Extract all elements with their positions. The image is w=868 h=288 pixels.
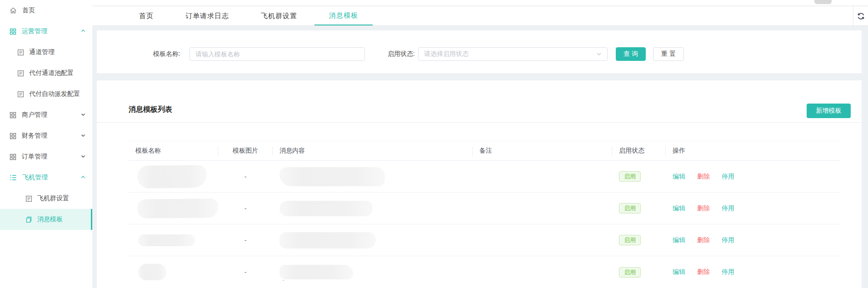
chevron-up-icon <box>80 28 86 34</box>
home-icon <box>10 7 17 14</box>
sidebar-item-2[interactable]: 通道管理 <box>0 42 92 63</box>
sidebar-item-label: 消息模板 <box>37 215 63 223</box>
grid-icon <box>10 133 16 139</box>
table-row: -.启用编辑删除停用 <box>129 256 841 288</box>
table-row: -启用编辑删除停用 <box>129 161 841 193</box>
doc-list-icon <box>17 70 24 77</box>
disable-link[interactable]: 停用 <box>722 268 734 276</box>
add-template-button[interactable]: 新增模板 <box>807 104 851 118</box>
refresh-icon <box>857 12 865 20</box>
tab-1[interactable]: 订单请求日志 <box>171 6 244 25</box>
sidebar-item-10[interactable]: 消息模板 <box>0 209 92 230</box>
template-list-panel: 消息模板列表 新增模板 模板名称模板图片消息内容备注启用状态操作 -启用编辑删除… <box>97 80 862 288</box>
sidebar-item-5[interactable]: 商户管理 <box>0 104 92 125</box>
tab-3[interactable]: 消息模板 <box>314 6 373 25</box>
redacted-template-name <box>138 264 166 280</box>
avatar[interactable] <box>814 0 832 4</box>
edit-link[interactable]: 编辑 <box>673 173 685 181</box>
grid-icon <box>10 112 16 119</box>
column-header-5: 操作 <box>666 141 841 161</box>
redacted-message-content <box>279 167 385 186</box>
grid-icon <box>10 154 16 160</box>
sidebar-item-0[interactable]: 首页 <box>0 0 92 21</box>
sidebar-item-label: 代付通道池配置 <box>29 69 74 77</box>
column-header-3: 备注 <box>473 141 612 161</box>
table-row: -启用编辑删除停用 <box>129 193 841 224</box>
reset-button[interactable]: 重 置 <box>653 47 684 61</box>
redacted-message-content <box>279 232 376 248</box>
disable-link[interactable]: 停用 <box>722 236 734 244</box>
redacted-template-name <box>137 165 207 189</box>
redacted-template-name <box>137 199 218 218</box>
chevron-down-icon <box>80 133 86 138</box>
enable-status-label: 启用状态: <box>388 50 415 58</box>
sidebar-item-label: 财务管理 <box>22 132 47 140</box>
template-image-placeholder: - <box>244 205 247 212</box>
edit-link[interactable]: 编辑 <box>673 236 685 244</box>
sidebar-item-7[interactable]: 订单管理 <box>0 146 92 167</box>
sidebar-item-label: 运营管理 <box>22 27 47 35</box>
sidebar-item-6[interactable]: 财务管理 <box>0 125 92 146</box>
sidebar-item-1[interactable]: 运营管理 <box>0 21 92 42</box>
enable-status-placeholder: 请选择启用状态 <box>424 50 469 58</box>
list-title: 消息模板列表 <box>129 105 172 114</box>
delete-link[interactable]: 删除 <box>697 236 710 244</box>
document-icon <box>25 216 32 223</box>
sidebar-item-3[interactable]: 代付通道池配置 <box>0 63 92 84</box>
redacted-template-name <box>138 234 195 246</box>
doc-list-icon <box>17 91 24 98</box>
grid-icon <box>10 28 16 35</box>
top-header-strip <box>92 0 868 6</box>
status-badge: 启用 <box>619 235 641 245</box>
sidebar: 首页运营管理通道管理代付通道池配置代付自动派发配置商户管理财务管理订单管理飞机管… <box>0 0 92 288</box>
sidebar-item-label: 首页 <box>22 6 35 15</box>
column-header-1: 模板图片 <box>218 141 273 161</box>
redacted-message-content <box>279 265 353 279</box>
sidebar-item-8[interactable]: 飞机管理 <box>0 167 92 188</box>
template-image-placeholder: - <box>244 268 247 276</box>
template-table: 模板名称模板图片消息内容备注启用状态操作 -启用编辑删除停用-启用编辑删除停用-… <box>129 141 841 288</box>
edit-link[interactable]: 编辑 <box>673 204 685 213</box>
template-name-label: 模板名称: <box>153 50 180 58</box>
chevron-down-icon <box>80 112 86 117</box>
tab-2[interactable]: 飞机群设置 <box>246 6 312 25</box>
status-badge: 启用 <box>619 203 641 214</box>
search-panel: 模板名称: 启用状态: 请选择启用状态 查 询 重 置 <box>97 30 862 73</box>
delete-link[interactable]: 删除 <box>697 268 710 276</box>
edit-link[interactable]: 编辑 <box>673 268 685 276</box>
status-badge: 启用 <box>619 171 641 182</box>
delete-link[interactable]: 删除 <box>697 204 710 213</box>
sidebar-item-label: 通道管理 <box>29 48 55 56</box>
chevron-down-icon <box>596 51 602 57</box>
template-image-placeholder: - <box>244 173 247 180</box>
column-header-0: 模板名称 <box>129 141 218 161</box>
sidebar-item-label: 代付自动派发配置 <box>29 90 80 98</box>
template-name-input[interactable] <box>190 47 365 61</box>
chevron-down-icon <box>80 154 86 159</box>
sidebar-item-label: 商户管理 <box>22 111 47 119</box>
column-header-4: 启用状态 <box>612 141 666 161</box>
enable-status-select[interactable]: 请选择启用状态 <box>418 47 608 61</box>
disable-link[interactable]: 停用 <box>722 204 734 213</box>
column-header-2: 消息内容 <box>273 141 473 161</box>
disable-link[interactable]: 停用 <box>722 173 734 181</box>
query-button[interactable]: 查 询 <box>616 47 646 61</box>
sidebar-item-9[interactable]: 飞机群设置 <box>0 188 92 209</box>
template-image-placeholder: - <box>244 237 247 244</box>
sidebar-item-label: 飞机群设置 <box>37 194 69 203</box>
redacted-message-content <box>279 201 373 216</box>
tab-0[interactable]: 首页 <box>125 6 168 25</box>
menu-list-icon <box>10 174 17 181</box>
delete-link[interactable]: 删除 <box>697 173 710 181</box>
tab-bar: 首页订单请求日志飞机群设置消息模板 <box>92 6 868 26</box>
status-badge: 启用 <box>619 267 641 278</box>
content-note: . <box>283 276 284 282</box>
sidebar-item-4[interactable]: 代付自动派发配置 <box>0 84 92 104</box>
chevron-up-icon <box>80 174 86 180</box>
doc-list-icon <box>25 195 32 202</box>
doc-list-icon <box>17 49 24 56</box>
sidebar-item-label: 订单管理 <box>22 153 47 161</box>
table-header-row: 模板名称模板图片消息内容备注启用状态操作 <box>129 141 841 161</box>
refresh-button[interactable] <box>853 6 868 25</box>
sidebar-item-label: 飞机管理 <box>22 174 48 182</box>
